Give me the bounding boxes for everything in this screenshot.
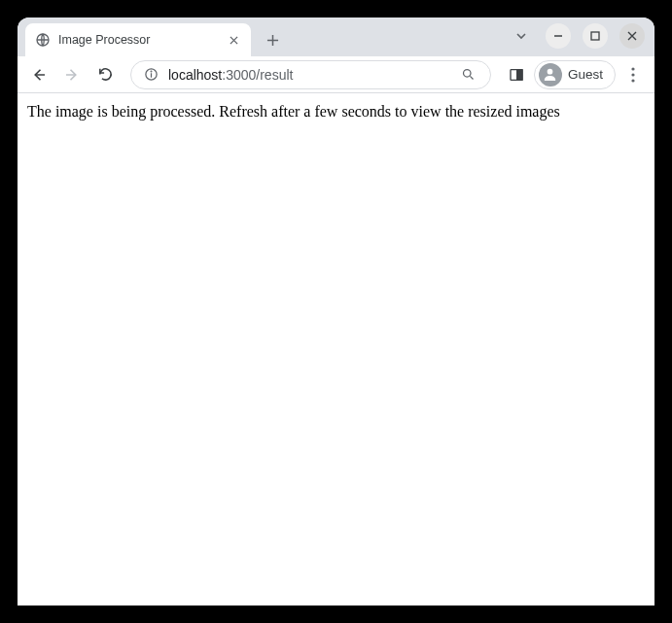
site-info-icon[interactable] (143, 67, 159, 83)
status-message: The image is being processed. Refresh af… (27, 103, 645, 121)
forward-button[interactable] (58, 61, 86, 88)
reload-button[interactable] (91, 61, 119, 88)
tab-title: Image Processor (58, 33, 218, 47)
browser-window: Image Processor (18, 17, 654, 606)
back-button[interactable] (25, 61, 53, 88)
menu-button[interactable] (619, 61, 647, 88)
profile-button[interactable]: Guest (534, 60, 616, 89)
svg-point-4 (151, 71, 152, 72)
window-maximize-button[interactable] (583, 23, 608, 49)
zoom-icon[interactable] (459, 65, 478, 85)
svg-point-9 (631, 67, 634, 70)
svg-rect-7 (517, 69, 522, 80)
svg-point-8 (548, 69, 553, 75)
svg-rect-1 (591, 32, 599, 40)
page-content: The image is being processed. Refresh af… (18, 93, 654, 606)
url-host: localhost (168, 67, 222, 83)
tab-search-button[interactable] (509, 23, 534, 49)
window-close-button[interactable] (619, 23, 645, 49)
toolbar: localhost:3000/result (18, 56, 654, 93)
svg-point-5 (464, 70, 472, 78)
side-panel-button[interactable] (503, 61, 530, 88)
url-path: :3000/result (222, 67, 293, 83)
window-minimize-button[interactable] (546, 23, 571, 49)
toolbar-right: Guest (503, 60, 647, 89)
profile-label: Guest (568, 67, 603, 82)
avatar-icon (539, 63, 562, 87)
address-bar[interactable]: localhost:3000/result (130, 60, 491, 89)
tab-strip: Image Processor (18, 17, 654, 56)
new-tab-button[interactable] (259, 26, 286, 53)
window-controls (509, 23, 645, 49)
globe-icon (35, 32, 51, 48)
svg-point-10 (631, 73, 634, 76)
tab-close-button[interactable] (226, 32, 241, 48)
url-text: localhost:3000/result (168, 67, 449, 83)
tab-active[interactable]: Image Processor (25, 23, 251, 56)
svg-point-11 (631, 79, 634, 82)
